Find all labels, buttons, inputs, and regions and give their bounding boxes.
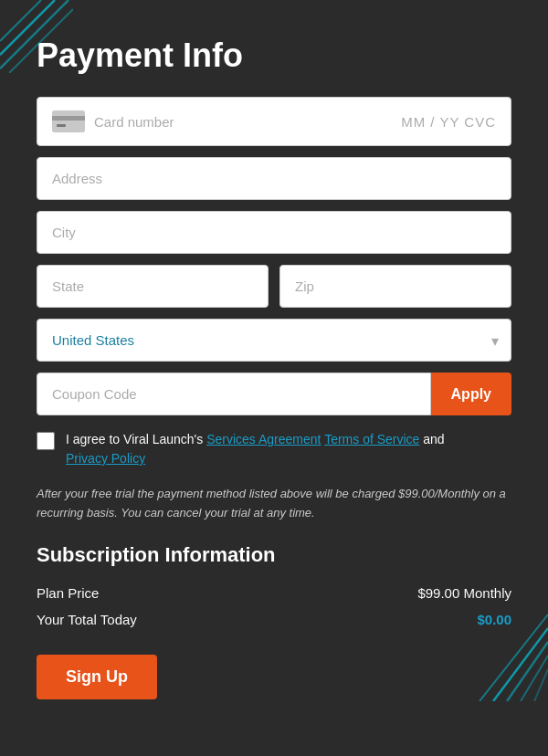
card-expiry-cvc: MM / YY CVC (401, 114, 496, 130)
deco-top-left-icon (0, 0, 73, 73)
subscription-table: Plan Price $99.00 Monthly Your Total Tod… (37, 580, 511, 633)
subscription-title: Subscription Information (37, 543, 511, 567)
zip-input[interactable] (279, 265, 511, 308)
country-select[interactable]: United States Canada United Kingdom Aust… (37, 319, 511, 362)
state-zip-row (37, 265, 511, 308)
card-number-row[interactable]: Card number MM / YY CVC (37, 97, 511, 146)
country-select-wrapper: United States Canada United Kingdom Aust… (37, 319, 511, 362)
your-total-label: Your Total Today (37, 612, 137, 627)
agreement-checkbox[interactable] (37, 432, 55, 450)
plan-price-label: Plan Price (37, 585, 99, 601)
agreement-row: I agree to Viral Launch's Services Agree… (37, 430, 511, 468)
trial-notice: After your free trial the payment method… (37, 485, 511, 523)
svg-line-5 (507, 642, 548, 701)
state-input[interactable] (37, 265, 269, 308)
services-agreement-link[interactable]: Services Agreement (206, 432, 321, 446)
payment-container: Payment Info Card number MM / YY CVC (0, 0, 548, 756)
terms-of-service-link[interactable]: Terms of Service (324, 432, 419, 446)
svg-rect-11 (57, 124, 66, 127)
svg-line-1 (0, 0, 68, 68)
plan-price-row: Plan Price $99.00 Monthly (37, 580, 511, 606)
card-number-placeholder: Card number (94, 114, 401, 130)
signup-button[interactable]: Sign Up (37, 655, 157, 699)
apply-button[interactable]: Apply (431, 373, 511, 415)
coupon-input[interactable] (37, 373, 431, 415)
page-title: Payment Info (37, 37, 511, 75)
deco-bottom-right-icon (475, 592, 548, 701)
privacy-policy-link[interactable]: Privacy Policy (66, 451, 145, 466)
coupon-row: Apply (37, 373, 511, 415)
svg-rect-10 (52, 116, 85, 121)
agreement-text: I agree to Viral Launch's Services Agree… (66, 430, 445, 468)
agreement-prefix: I agree to Viral Launch's (66, 432, 206, 446)
svg-rect-9 (52, 110, 85, 132)
your-total-row: Your Total Today $0.00 (37, 606, 511, 633)
svg-line-0 (0, 0, 55, 55)
agreement-checkbox-wrapper[interactable] (37, 432, 55, 454)
agreement-and: and (419, 432, 444, 446)
svg-line-3 (9, 9, 73, 73)
credit-card-icon (52, 110, 85, 132)
address-input[interactable] (37, 157, 511, 200)
city-input[interactable] (37, 211, 511, 254)
payment-form: Card number MM / YY CVC United States Ca… (37, 97, 511, 699)
